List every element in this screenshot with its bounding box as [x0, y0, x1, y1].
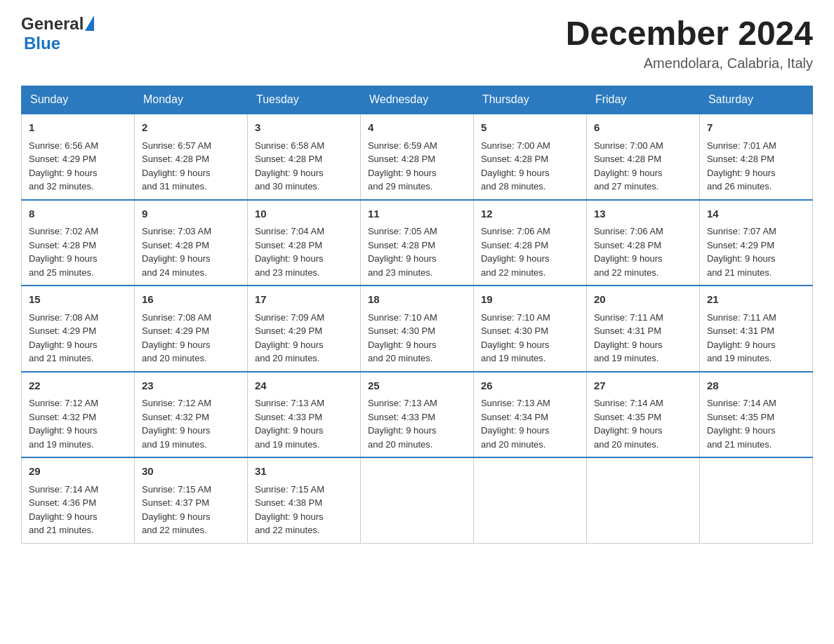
day-cell: 24 Sunrise: 7:13 AMSunset: 4:33 PMDaylig… — [247, 372, 360, 458]
day-cell: 21 Sunrise: 7:11 AMSunset: 4:31 PMDaylig… — [699, 286, 812, 372]
day-cell: 17 Sunrise: 7:09 AMSunset: 4:29 PMDaylig… — [247, 286, 360, 372]
day-info: Sunrise: 7:05 AMSunset: 4:28 PMDaylight:… — [368, 226, 437, 278]
day-info: Sunrise: 7:06 AMSunset: 4:28 PMDaylight:… — [594, 226, 663, 278]
day-cell: 16 Sunrise: 7:08 AMSunset: 4:29 PMDaylig… — [134, 286, 247, 372]
day-info: Sunrise: 7:08 AMSunset: 4:29 PMDaylight:… — [142, 312, 211, 364]
day-cell: 23 Sunrise: 7:12 AMSunset: 4:32 PMDaylig… — [134, 372, 247, 458]
day-cell: 25 Sunrise: 7:13 AMSunset: 4:33 PMDaylig… — [360, 372, 473, 458]
day-cell: 7 Sunrise: 7:01 AMSunset: 4:28 PMDayligh… — [699, 114, 812, 200]
day-info: Sunrise: 7:03 AMSunset: 4:28 PMDaylight:… — [142, 226, 211, 278]
day-info: Sunrise: 7:00 AMSunset: 4:28 PMDaylight:… — [481, 140, 550, 192]
day-info: Sunrise: 7:11 AMSunset: 4:31 PMDaylight:… — [594, 312, 663, 364]
day-number: 27 — [594, 378, 692, 394]
day-info: Sunrise: 7:15 AMSunset: 4:37 PMDaylight:… — [142, 484, 211, 536]
calendar-title-block: December 2024 Amendolara, Calabria, Ital… — [566, 14, 813, 72]
day-info: Sunrise: 7:08 AMSunset: 4:29 PMDaylight:… — [29, 312, 98, 364]
day-info: Sunrise: 7:07 AMSunset: 4:29 PMDaylight:… — [707, 226, 776, 278]
day-cell: 5 Sunrise: 7:00 AMSunset: 4:28 PMDayligh… — [473, 114, 586, 200]
day-cell: 27 Sunrise: 7:14 AMSunset: 4:35 PMDaylig… — [586, 372, 699, 458]
day-info: Sunrise: 7:12 AMSunset: 4:32 PMDaylight:… — [142, 398, 211, 450]
day-number: 25 — [368, 378, 466, 394]
day-number: 24 — [255, 378, 353, 394]
days-header-row: SundayMondayTuesdayWednesdayThursdayFrid… — [22, 86, 813, 114]
day-cell: 14 Sunrise: 7:07 AMSunset: 4:29 PMDaylig… — [699, 200, 812, 286]
day-number: 28 — [707, 378, 805, 394]
logo: General Blue — [21, 14, 94, 53]
column-header-thursday: Thursday — [473, 86, 586, 114]
day-info: Sunrise: 7:06 AMSunset: 4:28 PMDaylight:… — [481, 226, 550, 278]
column-header-monday: Monday — [134, 86, 247, 114]
location-subtitle: Amendolara, Calabria, Italy — [566, 55, 813, 72]
day-info: Sunrise: 7:04 AMSunset: 4:28 PMDaylight:… — [255, 226, 324, 278]
day-cell — [699, 457, 812, 543]
day-cell: 22 Sunrise: 7:12 AMSunset: 4:32 PMDaylig… — [22, 372, 135, 458]
day-info: Sunrise: 7:10 AMSunset: 4:30 PMDaylight:… — [368, 312, 437, 364]
day-cell: 4 Sunrise: 6:59 AMSunset: 4:28 PMDayligh… — [360, 114, 473, 200]
day-cell: 18 Sunrise: 7:10 AMSunset: 4:30 PMDaylig… — [360, 286, 473, 372]
day-cell: 12 Sunrise: 7:06 AMSunset: 4:28 PMDaylig… — [473, 200, 586, 286]
logo-triangle-icon — [85, 15, 94, 31]
day-cell: 8 Sunrise: 7:02 AMSunset: 4:28 PMDayligh… — [22, 200, 135, 286]
day-info: Sunrise: 7:12 AMSunset: 4:32 PMDaylight:… — [29, 398, 98, 450]
day-cell: 3 Sunrise: 6:58 AMSunset: 4:28 PMDayligh… — [247, 114, 360, 200]
day-cell — [586, 457, 699, 543]
day-number: 7 — [707, 120, 805, 136]
day-number: 29 — [29, 464, 127, 480]
page-header: General Blue December 2024 Amendolara, C… — [21, 14, 813, 72]
week-row-2: 8 Sunrise: 7:02 AMSunset: 4:28 PMDayligh… — [22, 200, 813, 286]
week-row-5: 29 Sunrise: 7:14 AMSunset: 4:36 PMDaylig… — [22, 457, 813, 543]
day-number: 2 — [142, 120, 240, 136]
day-info: Sunrise: 7:15 AMSunset: 4:38 PMDaylight:… — [255, 484, 324, 536]
day-number: 19 — [481, 292, 579, 308]
day-number: 18 — [368, 292, 466, 308]
day-number: 20 — [594, 292, 692, 308]
day-cell: 15 Sunrise: 7:08 AMSunset: 4:29 PMDaylig… — [22, 286, 135, 372]
day-info: Sunrise: 7:14 AMSunset: 4:35 PMDaylight:… — [707, 398, 776, 450]
day-cell: 6 Sunrise: 7:00 AMSunset: 4:28 PMDayligh… — [586, 114, 699, 200]
day-info: Sunrise: 7:14 AMSunset: 4:35 PMDaylight:… — [594, 398, 663, 450]
day-info: Sunrise: 7:13 AMSunset: 4:33 PMDaylight:… — [255, 398, 324, 450]
day-number: 8 — [29, 206, 127, 222]
day-info: Sunrise: 6:57 AMSunset: 4:28 PMDaylight:… — [142, 140, 211, 192]
day-number: 11 — [368, 206, 466, 222]
day-number: 1 — [29, 120, 127, 136]
day-cell: 26 Sunrise: 7:13 AMSunset: 4:34 PMDaylig… — [473, 372, 586, 458]
day-cell: 30 Sunrise: 7:15 AMSunset: 4:37 PMDaylig… — [134, 457, 247, 543]
day-number: 22 — [29, 378, 127, 394]
day-info: Sunrise: 6:58 AMSunset: 4:28 PMDaylight:… — [255, 140, 324, 192]
day-number: 10 — [255, 206, 353, 222]
day-cell: 2 Sunrise: 6:57 AMSunset: 4:28 PMDayligh… — [134, 114, 247, 200]
day-cell — [360, 457, 473, 543]
day-info: Sunrise: 7:00 AMSunset: 4:28 PMDaylight:… — [594, 140, 663, 192]
day-number: 14 — [707, 206, 805, 222]
day-info: Sunrise: 7:13 AMSunset: 4:33 PMDaylight:… — [368, 398, 437, 450]
day-number: 5 — [481, 120, 579, 136]
day-cell: 19 Sunrise: 7:10 AMSunset: 4:30 PMDaylig… — [473, 286, 586, 372]
column-header-sunday: Sunday — [22, 86, 135, 114]
day-cell: 13 Sunrise: 7:06 AMSunset: 4:28 PMDaylig… — [586, 200, 699, 286]
day-cell: 11 Sunrise: 7:05 AMSunset: 4:28 PMDaylig… — [360, 200, 473, 286]
week-row-1: 1 Sunrise: 6:56 AMSunset: 4:29 PMDayligh… — [22, 114, 813, 200]
day-info: Sunrise: 7:14 AMSunset: 4:36 PMDaylight:… — [29, 484, 98, 536]
day-info: Sunrise: 6:59 AMSunset: 4:28 PMDaylight:… — [368, 140, 437, 192]
day-cell: 28 Sunrise: 7:14 AMSunset: 4:35 PMDaylig… — [699, 372, 812, 458]
day-cell: 20 Sunrise: 7:11 AMSunset: 4:31 PMDaylig… — [586, 286, 699, 372]
week-row-3: 15 Sunrise: 7:08 AMSunset: 4:29 PMDaylig… — [22, 286, 813, 372]
day-number: 26 — [481, 378, 579, 394]
day-info: Sunrise: 7:09 AMSunset: 4:29 PMDaylight:… — [255, 312, 324, 364]
day-cell: 10 Sunrise: 7:04 AMSunset: 4:28 PMDaylig… — [247, 200, 360, 286]
day-cell: 9 Sunrise: 7:03 AMSunset: 4:28 PMDayligh… — [134, 200, 247, 286]
day-cell: 31 Sunrise: 7:15 AMSunset: 4:38 PMDaylig… — [247, 457, 360, 543]
column-header-saturday: Saturday — [699, 86, 812, 114]
day-number: 15 — [29, 292, 127, 308]
month-year-title: December 2024 — [566, 14, 813, 53]
day-number: 13 — [594, 206, 692, 222]
day-number: 3 — [255, 120, 353, 136]
calendar-table: SundayMondayTuesdayWednesdayThursdayFrid… — [21, 86, 813, 544]
day-number: 9 — [142, 206, 240, 222]
day-cell — [473, 457, 586, 543]
day-number: 16 — [142, 292, 240, 308]
day-number: 17 — [255, 292, 353, 308]
day-number: 23 — [142, 378, 240, 394]
day-info: Sunrise: 7:11 AMSunset: 4:31 PMDaylight:… — [707, 312, 776, 364]
